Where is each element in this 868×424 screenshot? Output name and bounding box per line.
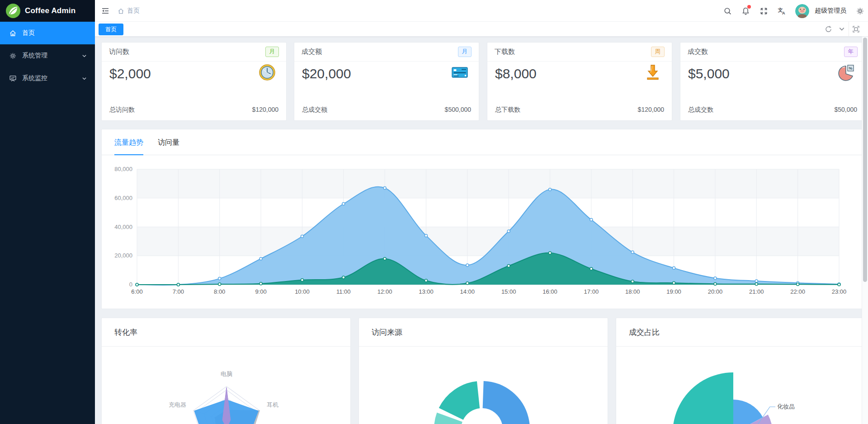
notification-dot xyxy=(747,5,751,9)
svg-text:6:00: 6:00 xyxy=(131,288,142,295)
sidebar-fold-button[interactable] xyxy=(99,5,111,16)
traffic-trend-card: 流量趋势 访问量 020,00040,00060,00080,0006:007:… xyxy=(101,129,865,309)
breadcrumb-text: 首页 xyxy=(127,7,140,15)
stat-card-header: 成交额 月 xyxy=(294,43,479,62)
fullscreen-button[interactable] xyxy=(759,6,768,15)
stat-footer-label: 总成交数 xyxy=(688,106,713,114)
status-badge: 周 xyxy=(651,47,665,57)
svg-text:7:00: 7:00 xyxy=(173,288,184,295)
svg-text:%: % xyxy=(849,66,853,71)
card-header: 访问来源 xyxy=(359,318,608,347)
conversion-radar-chart: 电脑耳机充电器 xyxy=(102,347,351,424)
sidebar-item-label: 首页 xyxy=(22,29,35,37)
top-header: 首页 xyxy=(95,0,868,22)
tags-view-bar: 首页 xyxy=(95,22,868,37)
svg-text:13:00: 13:00 xyxy=(419,288,434,295)
maximize-icon xyxy=(852,25,860,33)
chevron-down-icon xyxy=(839,26,845,32)
sidebar-item-system-admin[interactable]: 系统管理 xyxy=(0,44,95,67)
settings-button[interactable] xyxy=(855,6,864,15)
svg-text:20,000: 20,000 xyxy=(114,252,132,259)
stat-footer-value: $120,000 xyxy=(252,106,278,114)
svg-text:22:00: 22:00 xyxy=(790,288,805,295)
fold-icon xyxy=(101,6,110,15)
header-actions: 文 A 超级管理员 xyxy=(723,0,864,22)
stat-card-visits: 访问数 月 $2,000 总访问数 $120,000 xyxy=(101,42,287,121)
username-label[interactable]: 超级管理员 xyxy=(815,7,846,15)
stat-footer-value: $500,000 xyxy=(445,106,471,114)
status-badge: 年 xyxy=(844,47,858,57)
sidebar: Coffee Admin 首页 系统管理 xyxy=(0,0,95,424)
radar-axis-label-left: 充电器 xyxy=(169,401,186,408)
page-scrollbar xyxy=(862,37,868,424)
status-badge: 月 xyxy=(265,47,279,57)
tab-home[interactable]: 首页 xyxy=(99,24,123,35)
fullscreen-icon xyxy=(760,7,768,15)
svg-text:19:00: 19:00 xyxy=(666,288,681,295)
svg-text:14:00: 14:00 xyxy=(460,288,475,295)
svg-text:23:00: 23:00 xyxy=(832,288,847,295)
card-header: 转化率 xyxy=(102,318,350,347)
stat-card-title: 成交额 xyxy=(302,48,322,56)
svg-text:17:00: 17:00 xyxy=(584,288,599,295)
stat-card-title: 下载数 xyxy=(495,48,515,56)
stat-footer-label: 总成交额 xyxy=(302,106,327,114)
conversion-rate-card: 转化率 电脑耳机充电器 xyxy=(101,318,351,424)
pie-chart-icon: % xyxy=(837,63,855,81)
stat-footer-value: $120,000 xyxy=(638,106,664,114)
dashboard-root: Coffee Admin 首页 系统管理 xyxy=(0,0,868,424)
stat-footer-label: 总访问数 xyxy=(109,106,135,114)
language-button[interactable]: 文 A xyxy=(777,6,786,15)
svg-text:18:00: 18:00 xyxy=(625,288,640,295)
sidebar-item-home[interactable]: 首页 xyxy=(0,22,95,44)
stat-card-value: $8,000 xyxy=(495,66,537,81)
tab-options-button[interactable] xyxy=(835,22,849,36)
clock-icon xyxy=(258,63,276,81)
visit-source-card: 访问来源 xyxy=(359,318,608,424)
stat-card-header: 成交数 年 xyxy=(680,43,865,62)
rose-chart-container: 电子产品化妆品 xyxy=(616,347,866,424)
stat-card-downloads: 下载数 周 $8,000 总下载数 $120,000 xyxy=(487,42,672,121)
stat-card-title: 访问数 xyxy=(109,48,129,56)
search-button[interactable] xyxy=(723,6,732,15)
sidebar-item-label: 系统监控 xyxy=(22,74,47,82)
credit-card-icon xyxy=(451,63,469,81)
deal-share-card: 成交占比 电子产品化妆品 xyxy=(616,318,865,424)
stat-card-header: 访问数 月 xyxy=(102,43,286,62)
search-icon xyxy=(723,7,732,15)
home-icon xyxy=(9,29,17,37)
gear-icon xyxy=(9,52,17,60)
svg-text:A: A xyxy=(782,10,785,15)
stat-footer-value: $50,000 xyxy=(834,106,857,114)
status-badge: 月 xyxy=(458,47,472,57)
scrollbar-thumb[interactable] xyxy=(863,38,867,282)
notifications-button[interactable] xyxy=(741,6,750,15)
visit-source-donut-chart xyxy=(359,347,609,424)
donut-chart-container xyxy=(359,347,609,424)
monitor-icon xyxy=(9,75,17,82)
svg-text:16:00: 16:00 xyxy=(542,288,557,295)
svg-text:8:00: 8:00 xyxy=(214,288,225,295)
stat-card-value: $5,000 xyxy=(688,66,730,81)
svg-text:10:00: 10:00 xyxy=(295,288,310,295)
stat-footer-label: 总下载数 xyxy=(495,106,520,114)
card-title: 转化率 xyxy=(114,327,137,338)
leaf-logo-icon xyxy=(5,3,21,19)
app-title: Coffee Admin xyxy=(25,6,75,15)
svg-text:15:00: 15:00 xyxy=(501,288,516,295)
app-logo[interactable]: Coffee Admin xyxy=(0,0,95,22)
refresh-button[interactable] xyxy=(821,22,835,36)
traffic-area-chart: 020,00040,00060,00080,0006:007:008:009:0… xyxy=(102,129,865,310)
refresh-icon xyxy=(825,25,832,33)
maximize-button[interactable] xyxy=(849,22,863,36)
svg-text:80,000: 80,000 xyxy=(114,166,132,172)
sidebar-item-label: 系统管理 xyxy=(22,52,47,60)
sidebar-menu: 首页 系统管理 系统监控 xyxy=(0,22,95,90)
sidebar-item-system-monitor[interactable]: 系统监控 xyxy=(0,67,95,90)
breadcrumb[interactable]: 首页 xyxy=(118,0,140,22)
svg-text:9:00: 9:00 xyxy=(255,288,266,295)
stat-card-title: 成交数 xyxy=(688,48,708,56)
settings-gear-icon xyxy=(856,7,864,15)
avatar[interactable] xyxy=(795,4,809,18)
stat-card-value: $2,000 xyxy=(109,66,151,81)
